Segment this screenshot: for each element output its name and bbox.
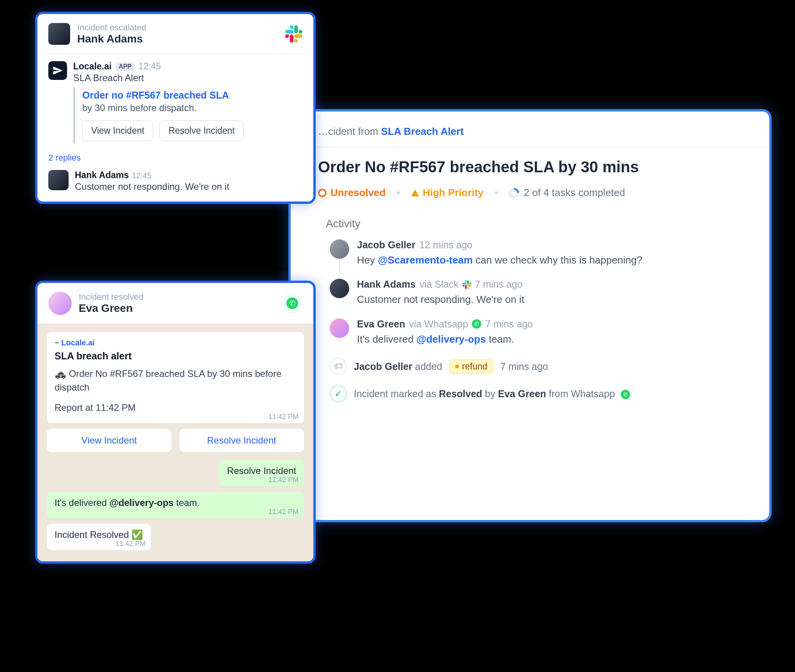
check-icon: ✅: [131, 529, 143, 540]
card-subtitle: Incident escalated: [77, 23, 285, 33]
message-time: 12:45: [138, 61, 161, 72]
message-sender: ~ Locale.ai: [55, 338, 296, 347]
resolve-incident-button[interactable]: Resolve Incident: [159, 120, 244, 141]
alert-quote: Order no #RF567 breached SLA by 30 mins …: [73, 87, 302, 143]
alert-title: SLA breach alert: [55, 350, 296, 362]
system-message: Incident Resolved ✅ 11:42 PM: [47, 524, 151, 550]
alert-subtitle: by 30 mins before dispatch.: [82, 103, 302, 113]
view-incident-button[interactable]: View Incident: [82, 120, 153, 141]
activity-message: It's delivered @delivery-ops team.: [357, 332, 751, 346]
avatar: [330, 318, 349, 338]
resolved-state: Resolved: [439, 388, 482, 399]
activity-author: Hank Adams: [357, 279, 416, 290]
alert-type: SLA Breach Alert: [73, 73, 161, 83]
tag-time: 7 mins ago: [500, 361, 548, 372]
message-timestamp: 11:42 PM: [115, 540, 145, 548]
activity-time: 7 mins ago: [485, 318, 533, 330]
message-text: Resolve Incident: [227, 465, 296, 476]
check-circle-icon: ✓: [330, 385, 347, 402]
message-timestamp: 11:42 PM: [269, 413, 299, 421]
activity-message: Customer not responding. We're on it: [357, 292, 751, 306]
activity-timeline: Jacob Geller 12 mins ago Hey @Scaremento…: [330, 239, 751, 346]
whatsapp-icon: ✆: [621, 390, 630, 399]
app-avatar: [48, 61, 67, 80]
priority-badge: High Priority: [411, 187, 484, 199]
whatsapp-icon: ✆: [286, 297, 298, 309]
status-unresolved: Unresolved: [318, 187, 386, 199]
activity-author: Jacob Geller: [357, 239, 415, 251]
activity-heading: Activity: [326, 218, 751, 230]
incident-title: Order No #RF567 breached SLA by 30 mins: [318, 158, 751, 176]
card-person: Hank Adams: [77, 33, 285, 45]
activity-author: Eva Green: [357, 318, 405, 330]
avatar: [330, 279, 349, 298]
tag-author: Jacob Geller: [354, 361, 412, 372]
view-incident-button[interactable]: View Incident: [47, 429, 171, 452]
send-icon: [52, 65, 63, 76]
dot-separator: •: [397, 187, 400, 199]
status-row: Unresolved • High Priority • 2 of 4 task…: [318, 187, 751, 199]
report-line: Report at 11:42 PM: [55, 402, 296, 413]
alert-title[interactable]: Order no #RF567 breached SLA: [82, 90, 302, 101]
whatsapp-notification-card: Incident resolved Eva Green ✆ ~ Locale.a…: [35, 281, 316, 564]
outgoing-message: Resolve Incident 11:42 PM: [219, 460, 304, 486]
replies-link[interactable]: 2 replies: [48, 153, 313, 163]
avatar: [330, 239, 349, 259]
activity-tag-row: 🏷 Jacob Geller added refund 7 mins ago: [330, 358, 751, 375]
tag-chip[interactable]: refund: [449, 359, 493, 374]
tag-verb: added: [415, 361, 442, 372]
activity-resolved-row: ✓ Incident marked as Resolved by Eva Gre…: [330, 385, 751, 402]
activity-message: Hey @Scaremento-team can we check why th…: [357, 253, 751, 267]
activity-via: via Whatsapp: [409, 318, 468, 330]
mention[interactable]: @Scaremento-team: [378, 254, 473, 266]
incoming-message: ~ Locale.ai SLA breach alert 🚓 Order No …: [47, 332, 304, 423]
breadcrumb-link[interactable]: SLA Breach Alert: [381, 126, 464, 137]
tasks-label: 2 of 4 tasks completed: [524, 187, 625, 199]
activity-item: Hank Adams via Slack 7 mins ago Customer…: [330, 279, 751, 306]
incident-detail-panel: …cident from SLA Breach Alert Order No #…: [288, 109, 772, 522]
slack-notification-card: Incident escalated Hank Adams Locale.ai …: [35, 12, 316, 204]
whatsapp-chat: ~ Locale.ai SLA breach alert 🚓 Order No …: [37, 324, 313, 561]
activity-via: via Slack: [420, 279, 459, 290]
slack-icon: [463, 280, 471, 289]
whatsapp-icon: ✆: [472, 319, 481, 329]
avatar: [48, 170, 69, 190]
mention[interactable]: @delivery-ops: [416, 333, 486, 345]
breadcrumb-prefix: …cident from: [318, 126, 381, 137]
reply-time: 12:45: [132, 171, 151, 180]
message-timestamp: 11:42 PM: [269, 476, 299, 484]
card-subtitle: Incident resolved: [79, 292, 282, 302]
divider: [291, 147, 769, 147]
whatsapp-badge: ✆: [282, 293, 302, 313]
card-person: Eva Green: [79, 302, 282, 315]
resolved-by: Eva Green: [498, 388, 546, 399]
tasks-progress: 2 of 4 tasks completed: [509, 187, 625, 199]
activity-item: Jacob Geller 12 mins ago Hey @Scaremento…: [330, 239, 751, 267]
slack-reply: Hank Adams12:45 Customer not responding.…: [37, 166, 313, 202]
breadcrumb: …cident from SLA Breach Alert: [318, 126, 751, 138]
activity-time: 12 mins ago: [419, 239, 472, 251]
message-timestamp: 11:42 PM: [269, 508, 299, 516]
status-icon: [318, 189, 327, 197]
progress-ring-icon: [507, 186, 521, 200]
message-text: Incident Resolved ✅: [55, 529, 143, 540]
reply-text: Customer not responding. We're on it: [75, 181, 229, 192]
outgoing-message: It's delivered @delivery-ops team. 11:42…: [47, 492, 304, 518]
resolve-incident-button[interactable]: Resolve Incident: [179, 429, 304, 452]
reply-author: Hank Adams: [75, 170, 129, 180]
dot-separator: •: [495, 187, 498, 199]
app-badge: APP: [115, 62, 134, 71]
status-label: Unresolved: [330, 187, 386, 199]
priority-icon: [411, 189, 419, 196]
priority-label: High Priority: [423, 187, 484, 199]
avatar: [48, 23, 70, 45]
slack-icon: [285, 25, 302, 42]
activity-time: 7 mins ago: [475, 279, 523, 290]
tag-icon: 🏷: [330, 358, 347, 375]
avatar: [48, 292, 72, 315]
message-text: It's delivered @delivery-ops team.: [55, 497, 296, 508]
mention: @delivery-ops: [110, 497, 174, 508]
alert-body: 🚓 Order No #RF567 breached SLA by 30 min…: [55, 367, 296, 394]
activity-item: Eva Green via Whatsapp ✆ 7 mins ago It's…: [330, 318, 751, 346]
app-name: Locale.ai: [73, 61, 111, 72]
